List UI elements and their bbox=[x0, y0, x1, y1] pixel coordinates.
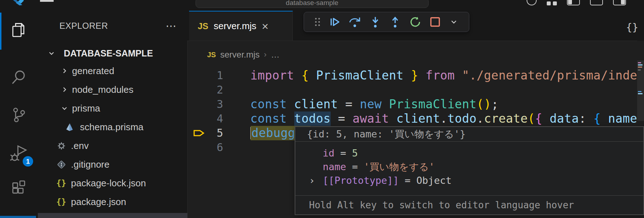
chevron-down-icon bbox=[48, 50, 55, 57]
toggle-sidebar-icon[interactable] bbox=[567, 0, 580, 5]
file-tree: DATABASE-SAMPLEgeneratednode_modulespris… bbox=[38, 45, 187, 211]
tree-item-package-lock-json[interactable]: {}package-lock.json bbox=[38, 174, 187, 192]
customize-layout-icon[interactable] bbox=[547, 0, 557, 5]
tree-item-label: .gitignore bbox=[71, 159, 109, 170]
toggle-panel-icon[interactable] bbox=[590, 0, 603, 5]
tree-item-prisma[interactable]: prisma bbox=[38, 99, 187, 118]
line-number: 2 bbox=[205, 83, 223, 97]
chevron-right-icon: › bbox=[264, 50, 267, 59]
code-line-4[interactable]: 4const todos = await client.todo.create(… bbox=[187, 112, 644, 126]
js-file-icon: JS bbox=[198, 21, 208, 31]
editor-actions-braces-icon[interactable]: {} bbox=[626, 22, 638, 33]
tree-item-label: .env bbox=[71, 140, 89, 151]
breadcrumb-symbol[interactable]: … bbox=[271, 50, 279, 60]
tree-item-generated[interactable]: generated bbox=[38, 62, 187, 80]
sidebar-item-extensions[interactable] bbox=[0, 167, 37, 204]
more-actions-icon[interactable]: ⋯ bbox=[166, 24, 177, 28]
debug-step-out-button[interactable] bbox=[389, 16, 401, 28]
line-number: 6 bbox=[205, 140, 223, 155]
sidebar-title: EXPLORER bbox=[59, 21, 108, 31]
chevron-right-icon bbox=[61, 67, 68, 74]
debug-badge: 1 bbox=[23, 156, 33, 167]
debug-restart-button[interactable] bbox=[409, 16, 421, 28]
extensions-icon bbox=[10, 176, 28, 194]
line-number: 1 bbox=[205, 68, 223, 83]
files-icon bbox=[10, 21, 28, 39]
line-number: 3 bbox=[205, 97, 223, 112]
toggle-secondary-sidebar-icon[interactable] bbox=[613, 0, 626, 5]
debug-step-into-button[interactable] bbox=[369, 16, 381, 28]
code-line-3[interactable]: 3const client = new PrismaClient(); bbox=[187, 97, 644, 112]
debug-more-chevron-icon[interactable] bbox=[449, 17, 459, 27]
debug-stop-button[interactable] bbox=[429, 16, 441, 28]
hover-prop-id[interactable]: id = 5 bbox=[295, 146, 643, 160]
js-file-icon: JS bbox=[207, 51, 216, 59]
source-control-icon bbox=[10, 106, 28, 124]
tree-item-label: node_modules bbox=[72, 84, 134, 95]
prisma-icon bbox=[64, 122, 75, 132]
chevron-down-icon bbox=[61, 105, 68, 112]
tab-label: server.mjs bbox=[214, 21, 256, 32]
chevron-right-icon[interactable]: › bbox=[309, 174, 323, 187]
sidebar-item-run-and-debug[interactable]: 1 bbox=[0, 134, 37, 172]
tree-item-label: generated bbox=[72, 65, 114, 77]
breadcrumb-file[interactable]: server.mjs bbox=[220, 50, 259, 60]
json-icon: {} bbox=[56, 197, 67, 206]
selected-file-row-partial[interactable] bbox=[38, 213, 187, 218]
tree-item-label: package-lock.json bbox=[71, 178, 146, 189]
tree-item--env[interactable]: .env bbox=[38, 136, 187, 155]
menu-hamburger-icon[interactable] bbox=[40, 0, 54, 2]
code-line-1[interactable]: 1import { PrismaClient } from "./generat… bbox=[187, 68, 644, 83]
vscode-window: database-sample bbox=[0, 0, 644, 218]
debug-step-over-button[interactable] bbox=[348, 16, 361, 28]
activity-bar: 1 bbox=[0, 10, 38, 218]
debug-continue-button[interactable] bbox=[328, 16, 341, 28]
explorer-sidebar: EXPLORER ⋯ DATABASE-SAMPLEgeneratednode_… bbox=[38, 10, 188, 218]
tree-item-schema-prisma[interactable]: schema.prisma bbox=[38, 118, 187, 136]
search-icon bbox=[10, 68, 28, 86]
tree-item-label: package.json bbox=[71, 196, 126, 208]
line-number: 5 bbox=[205, 126, 223, 140]
hover-prop-name[interactable]: name = '買い物をする' bbox=[295, 160, 643, 174]
tree-item-label: DATABASE-SAMPLE bbox=[64, 48, 153, 59]
sidebar-item-search[interactable] bbox=[0, 59, 37, 96]
gear-icon bbox=[56, 141, 67, 151]
code-line-2[interactable]: 2 bbox=[187, 83, 644, 97]
json-icon: {} bbox=[56, 178, 67, 188]
tree-item-database-sample[interactable]: DATABASE-SAMPLE bbox=[38, 45, 187, 62]
hover-footer-hint: Hold Alt key to switch to editor languag… bbox=[295, 195, 643, 214]
chevron-right-icon bbox=[61, 86, 68, 93]
debug-toolbar bbox=[304, 12, 469, 32]
debug-toolbar-drag-handle[interactable] bbox=[314, 17, 321, 27]
tree-item-node-modules[interactable]: node_modules bbox=[38, 80, 187, 99]
title-bar: database-sample bbox=[0, 0, 644, 10]
close-icon[interactable]: × bbox=[262, 22, 269, 31]
debug-current-line-arrow-icon bbox=[187, 128, 205, 138]
hover-properties: id = 5name = '買い物をする'›[[Prototype]] = Ob… bbox=[295, 142, 643, 187]
hover-value-summary: {id: 5, name: '買い物をする'} bbox=[295, 127, 643, 142]
vscode-logo-icon bbox=[13, 0, 26, 6]
tree-item-package-json[interactable]: {}package.json bbox=[38, 192, 187, 211]
debug-hover-tooltip: {id: 5, name: '買い物をする'} id = 5name = '買い… bbox=[295, 126, 644, 215]
line-number: 4 bbox=[205, 112, 223, 126]
account-icon[interactable] bbox=[527, 0, 537, 5]
tree-item-label: prisma bbox=[72, 103, 100, 114]
command-center-search[interactable]: database-sample bbox=[196, 0, 429, 8]
tree-item-label: schema.prisma bbox=[80, 122, 143, 133]
git-icon bbox=[56, 160, 67, 169]
tab-server-mjs[interactable]: JS server.mjs × bbox=[189, 11, 293, 41]
sidebar-item-source-control[interactable] bbox=[0, 96, 37, 133]
breadcrumb: JS server.mjs › … bbox=[207, 50, 279, 60]
tree-item--gitignore[interactable]: .gitignore bbox=[38, 155, 187, 174]
status-bar-remote-indicator[interactable] bbox=[0, 216, 36, 218]
hover-prop-prototype[interactable]: ›[[Prototype]] = Object bbox=[295, 174, 643, 187]
sidebar-item-explorer[interactable] bbox=[0, 12, 37, 49]
